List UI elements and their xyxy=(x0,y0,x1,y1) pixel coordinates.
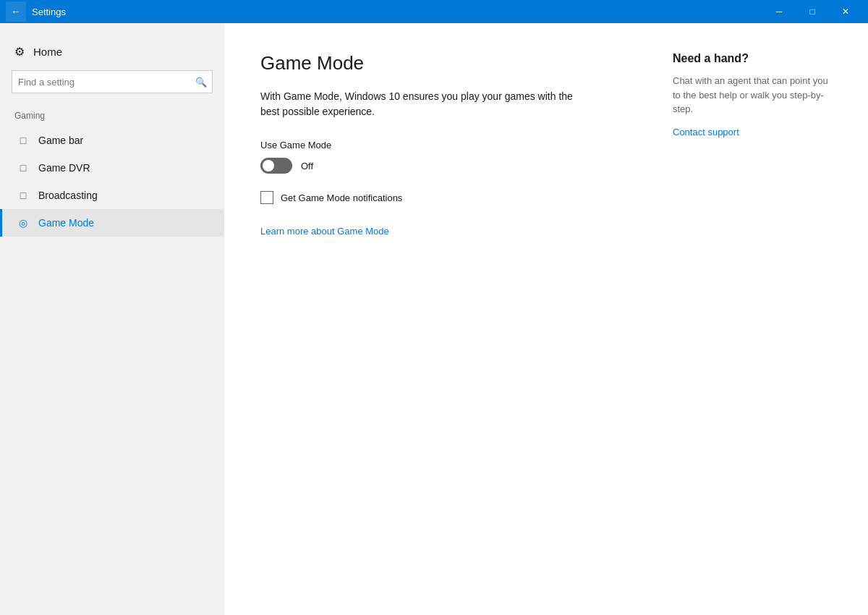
toggle-row: Off xyxy=(260,158,644,174)
search-icon: 🔍 xyxy=(195,77,207,88)
game-mode-icon: ◎ xyxy=(17,216,30,229)
sidebar-item-game-dvr[interactable]: □ Game DVR xyxy=(0,154,224,182)
page-description: With Game Mode, Windows 10 ensures you p… xyxy=(260,89,593,119)
contact-support-link[interactable]: Contact support xyxy=(673,127,739,137)
sidebar: ⚙ Home 🔍 Gaming □ Game bar □ Game DVR □ … xyxy=(0,23,224,615)
home-nav-item[interactable]: ⚙ Home xyxy=(0,38,224,70)
sidebar-item-label-game-mode: Game Mode xyxy=(38,217,94,229)
back-button[interactable]: ← xyxy=(6,1,26,22)
close-icon: ✕ xyxy=(842,7,849,17)
main-content: Game Mode With Game Mode, Windows 10 ens… xyxy=(224,23,868,615)
sidebar-item-game-bar[interactable]: □ Game bar xyxy=(0,127,224,154)
maximize-button[interactable]: □ xyxy=(796,0,829,23)
search-input[interactable] xyxy=(12,70,213,93)
minimize-button[interactable]: ─ xyxy=(762,0,796,23)
game-dvr-icon: □ xyxy=(17,161,30,174)
sidebar-item-label-game-bar: Game bar xyxy=(38,135,83,146)
search-box: 🔍 xyxy=(12,70,213,93)
titlebar-controls: ─ □ ✕ xyxy=(762,0,862,23)
titlebar: ← Settings ─ □ ✕ xyxy=(0,0,868,23)
home-icon: ⚙ xyxy=(14,45,25,59)
broadcasting-icon: □ xyxy=(17,189,30,202)
maximize-icon: □ xyxy=(809,7,814,17)
game-mode-notifications-checkbox[interactable] xyxy=(260,191,273,204)
sidebar-item-label-game-dvr: Game DVR xyxy=(38,162,90,174)
need-a-hand-description: Chat with an agent that can point you to… xyxy=(673,74,832,116)
minimize-icon: ─ xyxy=(776,7,783,17)
game-mode-toggle[interactable] xyxy=(260,158,292,174)
sidebar-section-label: Gaming xyxy=(0,108,224,127)
content-left: Game Mode With Game Mode, Windows 10 ens… xyxy=(260,52,644,586)
checkbox-label: Get Game Mode notifications xyxy=(281,192,402,203)
content-right: Need a hand? Chat with an agent that can… xyxy=(673,52,832,586)
sidebar-item-broadcasting[interactable]: □ Broadcasting xyxy=(0,182,224,209)
learn-more-link[interactable]: Learn more about Game Mode xyxy=(260,226,389,237)
back-icon: ← xyxy=(11,6,21,17)
close-button[interactable]: ✕ xyxy=(829,0,862,23)
game-bar-icon: □ xyxy=(17,134,30,147)
page-title: Game Mode xyxy=(260,52,644,75)
titlebar-title: Settings xyxy=(32,7,762,17)
toggle-state-label: Off xyxy=(301,161,313,171)
sidebar-item-game-mode[interactable]: ◎ Game Mode xyxy=(0,209,224,237)
checkbox-row: Get Game Mode notifications xyxy=(260,191,644,204)
home-label: Home xyxy=(33,46,62,58)
app-body: ⚙ Home 🔍 Gaming □ Game bar □ Game DVR □ … xyxy=(0,23,868,615)
need-a-hand-title: Need a hand? xyxy=(673,52,832,65)
toggle-setting-label: Use Game Mode xyxy=(260,140,644,150)
sidebar-item-label-broadcasting: Broadcasting xyxy=(38,190,98,201)
